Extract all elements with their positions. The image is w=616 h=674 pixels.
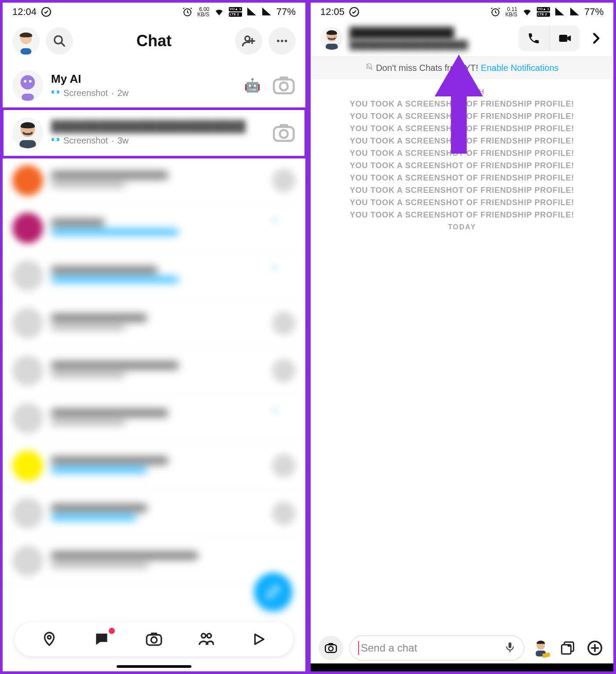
- wifi-icon: [214, 7, 224, 17]
- chat-row-blurred: ✕: [3, 204, 305, 252]
- conversation-header[interactable]: ██████████████ ████████████████████: [311, 21, 613, 56]
- camera-icon[interactable]: [272, 121, 296, 145]
- battery-text: 77%: [584, 6, 604, 18]
- gallery-button[interactable]: [557, 637, 578, 659]
- blurred-rows: ✕ ✕ ✕: [3, 157, 305, 585]
- chat-row-my-ai[interactable]: My AI Screenshot · 2w 🤖: [3, 62, 305, 109]
- avatar: [12, 70, 43, 101]
- bottom-nav: [15, 622, 293, 656]
- video-call-button[interactable]: [549, 26, 580, 51]
- nav-bar-black: [311, 663, 613, 671]
- chevron-right-button[interactable]: [586, 32, 605, 45]
- chat-row-subtitle: Screenshot · 3w: [51, 135, 264, 146]
- svg-point-6: [277, 40, 280, 42]
- signal-icon-2: [569, 7, 580, 17]
- system-message: YOU TOOK A SCREENSHOT OF FRIENDSHIP PROF…: [312, 198, 612, 207]
- network-speed: 6.00KB/S: [197, 7, 209, 17]
- svg-point-11: [24, 80, 26, 82]
- svg-point-12: [29, 80, 32, 82]
- svg-rect-30: [326, 44, 338, 50]
- phone-conversation: 12:05 0.11KB/S VO▲ 1 LTE 2: [308, 0, 616, 674]
- add-button[interactable]: [584, 637, 605, 659]
- network-speed: 0.11KB/S: [505, 7, 517, 17]
- chat-row-name-blurred: ████████████████████████: [51, 120, 264, 133]
- chat-input[interactable]: Send a chat: [349, 635, 524, 661]
- screenshot-icon: [51, 88, 60, 99]
- nav-camera-button[interactable]: [143, 629, 165, 650]
- avatar: [12, 118, 43, 148]
- wifi-icon: [522, 7, 532, 17]
- svg-point-20: [280, 130, 288, 138]
- status-bar: 12:05 0.11KB/S VO▲ 1 LTE 2: [311, 3, 613, 21]
- row-emoji: 🤖: [244, 77, 260, 93]
- system-message: YOU TOOK A SCREENSHOT OF FRIENDSHIP PROF…: [312, 112, 612, 121]
- chat-row-blurred: [3, 490, 305, 537]
- svg-point-24: [202, 633, 206, 638]
- add-friend-button[interactable]: [235, 27, 262, 55]
- svg-point-25: [207, 633, 212, 638]
- notification-dot: [109, 628, 115, 634]
- bell-off-icon: [365, 63, 373, 73]
- enable-notifications-bar[interactable]: Don't miss Chats from YT! Enable Notific…: [311, 56, 613, 79]
- svg-point-15: [280, 82, 288, 90]
- my-avatar[interactable]: [12, 27, 40, 55]
- status-time: 12:05: [320, 6, 345, 18]
- status-bar: 12:04 6.00KB/S VO▲ 1 LTE 2: [3, 3, 305, 21]
- svg-rect-31: [559, 35, 567, 42]
- friend-name-area[interactable]: ██████████████ ████████████████████: [349, 27, 512, 50]
- svg-rect-13: [22, 93, 34, 100]
- date-label-today: TODAY: [312, 223, 612, 231]
- nav-stories-button[interactable]: [196, 629, 217, 650]
- alarm-icon: [182, 7, 193, 17]
- check-circle-icon: [41, 7, 51, 17]
- microphone-icon[interactable]: [504, 641, 516, 655]
- svg-rect-4: [21, 48, 32, 55]
- svg-point-10: [21, 75, 35, 89]
- new-chat-fab[interactable]: [254, 573, 292, 611]
- chat-row-blurred: [3, 157, 305, 204]
- phone-chat-list: 12:04 6.00KB/S VO▲ 1 LTE 2: [0, 0, 308, 674]
- chat-row-blurred: [3, 299, 305, 347]
- chat-row-name: My AI: [51, 72, 236, 86]
- search-button[interactable]: [46, 27, 73, 55]
- camera-button[interactable]: [319, 636, 343, 660]
- signal-icon-2: [261, 7, 272, 17]
- enable-notifications-link[interactable]: Enable Notifications: [481, 63, 559, 73]
- svg-point-34: [329, 646, 333, 651]
- system-message: YOU TOOK A SCREENSHOT OF FRIENDSHIP PROF…: [312, 186, 612, 195]
- chat-row-subtitle: Screenshot · 2w: [51, 88, 236, 99]
- system-message: YOU TOOK A SCREENSHOT OF FRIENDSHIP PROF…: [312, 149, 612, 158]
- status-time: 12:04: [12, 6, 37, 18]
- svg-point-7: [281, 40, 283, 42]
- svg-rect-18: [19, 140, 36, 148]
- system-message: YOU TOOK A SCREENSHOT OF FRIENDSHIP PROF…: [312, 210, 612, 220]
- nav-map-button[interactable]: [39, 629, 60, 650]
- more-button[interactable]: [268, 27, 296, 55]
- system-message: YOU TOOK A SCREENSHOT OF FRIENDSHIP PROF…: [312, 173, 612, 183]
- check-circle-icon: [349, 7, 359, 17]
- volte-indicator: VO▲ 1 LTE 2: [229, 7, 242, 17]
- chat-row-highlighted[interactable]: ████████████████████████ Screenshot · 3w: [3, 109, 305, 157]
- chat-row-blurred: ✕: [3, 252, 305, 299]
- voice-call-button[interactable]: [518, 26, 549, 51]
- system-message: YOU TOOK A SCREENSHOT OF FRIENDSHIP PROF…: [312, 124, 612, 133]
- battery-text: 77%: [276, 6, 296, 18]
- friend-avatar[interactable]: [320, 27, 343, 50]
- chat-row-blurred: [3, 347, 305, 394]
- svg-point-41: [568, 645, 570, 646]
- conversation-body: JUNE 12TH YOU TOOK A SCREENSHOT OF FRIEN…: [311, 79, 613, 629]
- signal-icon: [246, 7, 257, 17]
- chat-row-blurred: [3, 442, 305, 490]
- nav-chat-button[interactable]: [91, 629, 112, 650]
- nav-spotlight-button[interactable]: [248, 629, 269, 650]
- text-caret: [358, 641, 359, 655]
- bitmoji-button[interactable]: [531, 638, 551, 658]
- svg-point-21: [48, 636, 51, 639]
- chat-input-placeholder: Send a chat: [361, 642, 504, 654]
- date-label: JUNE 12TH: [312, 88, 612, 96]
- system-message: YOU TOOK A SCREENSHOT OF FRIENDSHIP PROF…: [312, 136, 612, 146]
- alarm-icon: [490, 7, 501, 17]
- svg-point-8: [285, 40, 287, 42]
- chat-row-blurred: ✕: [3, 394, 305, 442]
- camera-icon[interactable]: [272, 74, 296, 97]
